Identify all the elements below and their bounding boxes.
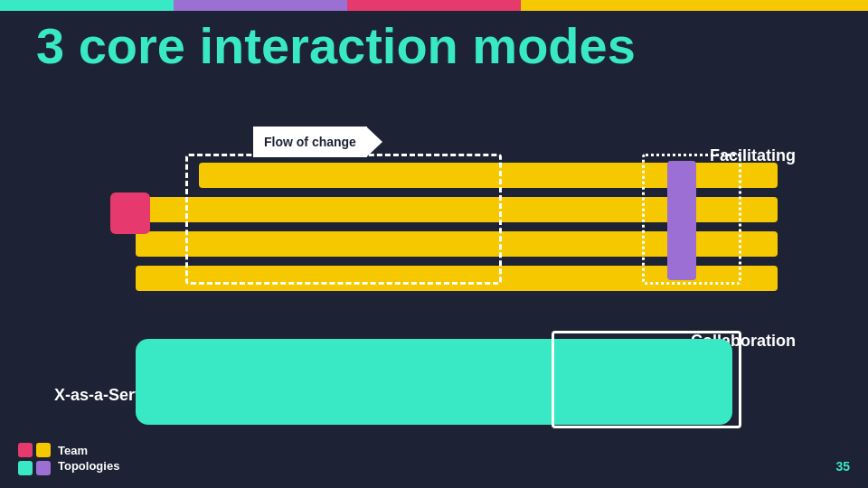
bar-teal bbox=[0, 0, 174, 11]
svg-rect-3 bbox=[36, 461, 51, 475]
page-number: 35 bbox=[835, 459, 850, 474]
collaboration-rect bbox=[552, 331, 741, 428]
top-color-bar bbox=[0, 0, 868, 11]
team-topologies-logo: Team Topologies bbox=[18, 443, 119, 475]
dashed-rect-xaas bbox=[185, 154, 502, 285]
bar-yellow2 bbox=[694, 0, 868, 11]
red-square bbox=[110, 192, 150, 234]
svg-rect-0 bbox=[18, 443, 33, 457]
flow-arrow: Flow of change bbox=[253, 127, 367, 157]
logo-text: Team Topologies bbox=[58, 444, 119, 474]
purple-facilitating-bar bbox=[667, 161, 696, 280]
svg-rect-2 bbox=[18, 461, 33, 475]
svg-rect-1 bbox=[36, 443, 51, 457]
logo-icon bbox=[18, 443, 51, 475]
diagram-container: Flow of change Facilitating Collaboratio… bbox=[54, 127, 814, 434]
flow-label: Flow of change bbox=[253, 127, 367, 157]
bar-yellow bbox=[521, 0, 694, 11]
bar-purple bbox=[174, 0, 347, 11]
bar-pink bbox=[347, 0, 521, 11]
page-title: 3 core interaction modes bbox=[36, 18, 832, 74]
